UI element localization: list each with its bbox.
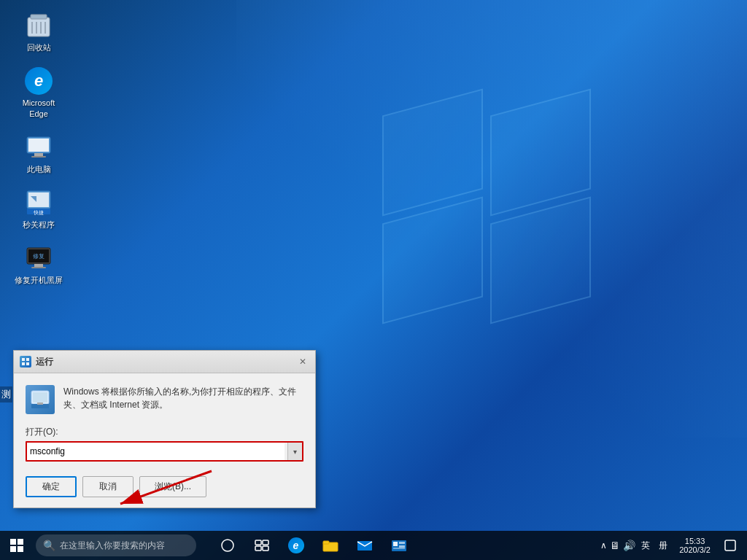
start-button[interactable] <box>0 531 33 560</box>
svg-rect-41 <box>399 545 405 548</box>
taskbar-multitask[interactable] <box>245 531 278 560</box>
windows-logo-decoration <box>382 102 616 335</box>
taskbar-search[interactable]: 🔍 在这里输入你要搜索的内容 <box>36 534 196 556</box>
desktop-icons: 回收站 e MicrosoftEdge 此电脑 <box>11 7 66 289</box>
run-dialog-close-button[interactable]: ✕ <box>296 355 309 368</box>
svg-rect-8 <box>34 153 43 156</box>
run-dialog-title-text: 运行 <box>36 356 53 368</box>
svg-rect-27 <box>37 402 43 405</box>
svg-rect-32 <box>263 540 268 545</box>
taskbar-time: 15:33 <box>685 537 705 545</box>
desktop-icon-recycle[interactable]: 回收站 <box>11 7 66 55</box>
run-dialog: 运行 ✕ Windows 将根据你所输入的名称,为你打开相应的程序、文件夹、文档… <box>13 350 316 508</box>
taskbar-system-icons: ∧ 🖥 🔊 <box>600 540 635 551</box>
recycle-bin-icon <box>23 10 54 41</box>
taskbar-lang: 英 <box>638 540 653 552</box>
taskbar-mail[interactable] <box>348 531 381 560</box>
network-icon: 🖥 <box>610 540 620 551</box>
taskbar-center-icons: e <box>211 531 415 560</box>
edge-label: MicrosoftEdge <box>23 98 55 119</box>
run-dialog-buttons: 确定 取消 浏览(B)... <box>14 470 315 508</box>
run-dialog-open-label: 打开(O): <box>26 426 303 438</box>
svg-rect-19 <box>31 267 46 268</box>
taskbar-date: 2020/3/2 <box>679 545 711 554</box>
run-dialog-input-row: ▾ <box>26 441 303 462</box>
run-dialog-title-icon <box>20 356 31 368</box>
svg-rect-23 <box>26 362 29 365</box>
svg-rect-20 <box>22 358 25 361</box>
ce-partial-text: 测 <box>0 386 12 402</box>
svg-rect-31 <box>255 540 261 545</box>
svg-rect-1 <box>31 15 47 19</box>
svg-rect-42 <box>393 548 405 549</box>
taskbar-search-placeholder: 在这里输入你要搜索的内容 <box>60 540 165 552</box>
svg-rect-25 <box>33 392 47 402</box>
desktop-icon-pc[interactable]: 此电脑 <box>11 129 66 177</box>
volume-icon: 🔊 <box>623 540 635 551</box>
desktop-icon-shortcut[interactable]: 快捷 秒关程序 <box>11 184 66 233</box>
run-dialog-titlebar: 运行 ✕ <box>14 351 315 373</box>
svg-rect-34 <box>263 546 268 551</box>
run-dialog-dropdown[interactable]: ▾ <box>287 443 302 460</box>
run-dialog-title-left: 运行 <box>20 356 53 368</box>
desktop-icon-edge[interactable]: e MicrosoftEdge <box>11 63 66 122</box>
svg-rect-11 <box>28 192 49 207</box>
svg-rect-36 <box>323 541 329 544</box>
shortcut-label: 秒关程序 <box>23 219 55 230</box>
pc-icon <box>23 132 54 163</box>
svg-rect-21 <box>26 358 29 361</box>
taskbar-ime: 册 <box>656 540 670 552</box>
pc-label: 此电脑 <box>27 164 51 174</box>
svg-rect-40 <box>399 542 405 544</box>
svg-point-30 <box>222 540 233 551</box>
svg-text:快捷: 快捷 <box>33 210 44 215</box>
chevron-up-icon[interactable]: ∧ <box>600 540 607 551</box>
run-dialog-area: 运行 ✕ Windows 将根据你所输入的名称,为你打开相应的程序、文件夹、文档… <box>13 350 316 508</box>
edge-icon: e <box>23 66 54 96</box>
svg-rect-43 <box>725 540 735 551</box>
taskbar-notification[interactable] <box>719 531 741 560</box>
run-dialog-body: Windows 将根据你所输入的名称,为你打开相应的程序、文件夹、文档或 Int… <box>14 373 315 426</box>
run-dialog-browse-button[interactable]: 浏览(B)... <box>139 476 206 497</box>
taskbar-file-explorer[interactable] <box>314 531 347 560</box>
run-dialog-ok-button[interactable]: 确定 <box>26 476 77 497</box>
svg-rect-18 <box>34 264 43 267</box>
taskbar-right: ∧ 🖥 🔊 英 册 15:33 2020/3/2 <box>600 531 747 560</box>
run-dialog-input[interactable] <box>27 443 285 460</box>
svg-rect-22 <box>22 362 25 365</box>
svg-rect-33 <box>255 546 261 551</box>
taskbar-clock[interactable]: 15:33 2020/3/2 <box>673 537 716 554</box>
run-dialog-cancel-button[interactable]: 取消 <box>82 476 133 497</box>
svg-rect-0 <box>28 18 50 36</box>
run-dialog-description: Windows 将根据你所输入的名称,为你打开相应的程序、文件夹、文档或 Int… <box>63 385 303 411</box>
start-icon <box>10 539 23 552</box>
shortcut-icon: 快捷 <box>23 187 54 218</box>
repair-icon: 修复 <box>23 243 54 273</box>
taskbar-task-view[interactable] <box>211 531 244 560</box>
taskbar: 🔍 在这里输入你要搜索的内容 e <box>0 531 747 560</box>
run-dialog-body-icon <box>26 385 55 414</box>
run-dialog-form: 打开(O): ▾ <box>14 426 315 470</box>
svg-rect-7 <box>28 139 49 152</box>
desktop-icon-repair[interactable]: 修复 修复开机黑屏 <box>11 240 66 288</box>
svg-text:修复: 修复 <box>33 253 44 260</box>
repair-label: 修复开机黑屏 <box>15 275 63 285</box>
svg-rect-39 <box>393 542 398 546</box>
taskbar-edge[interactable]: e <box>279 531 312 560</box>
svg-rect-9 <box>31 156 46 158</box>
search-icon: 🔍 <box>43 540 55 551</box>
recycle-bin-label: 回收站 <box>27 42 51 52</box>
desktop: 回收站 e MicrosoftEdge 此电脑 <box>0 0 747 560</box>
taskbar-extra-app[interactable] <box>382 531 415 560</box>
